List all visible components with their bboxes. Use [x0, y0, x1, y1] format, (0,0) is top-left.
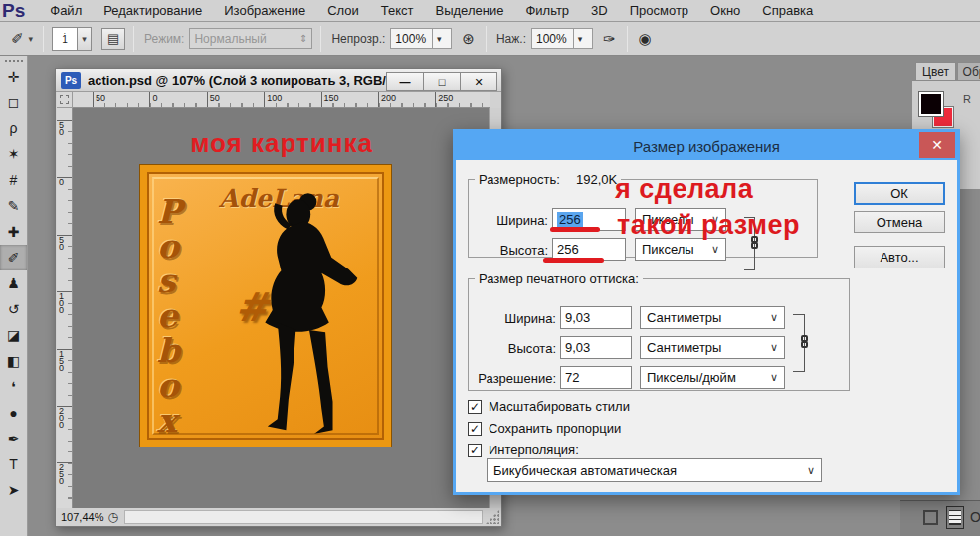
menu-items: ФайлРедактированиеИзображениеСлоиТекстВы… [39, 3, 824, 18]
menu-item[interactable]: Справка [751, 3, 824, 18]
menu-item[interactable]: Редактирование [93, 3, 213, 18]
dodge-tool[interactable]: ● [0, 400, 27, 426]
horizontal-scrollbar[interactable] [124, 510, 483, 524]
red-underline [543, 258, 604, 263]
marquee-tool[interactable]: ◻ [0, 89, 27, 115]
psd-file-icon: Ps [61, 72, 81, 89]
print-height-unit-select[interactable]: Сантиметры∨ [640, 336, 785, 359]
chevron-down-icon: ∨ [770, 341, 778, 354]
tab-swatches[interactable]: Обр [957, 62, 980, 80]
pixel-size-value: 192,0K [576, 172, 617, 187]
pen-pressure-icon[interactable]: ✑ [600, 30, 619, 48]
cancel-button[interactable]: Отмена [854, 211, 945, 233]
brush-tool[interactable]: ✐ [0, 245, 27, 270]
resolution-label: Разрешение: [471, 371, 556, 386]
brush-panel-toggle[interactable]: ▤ [101, 28, 125, 50]
gradient-tool[interactable]: ◧ [0, 348, 27, 374]
document-lines-icon[interactable] [946, 506, 964, 529]
resize-grip[interactable] [486, 510, 499, 524]
menu-item[interactable]: Окно [699, 3, 751, 18]
separator [486, 26, 487, 52]
tool-preset-arrow-icon[interactable]: ▾ [27, 34, 36, 44]
resolution-unit-select[interactable]: Пикселы/дюйм∨ [640, 366, 785, 389]
opacity-label: Непрозр.: [331, 32, 385, 46]
flow-select[interactable]: 100% ▾ [531, 28, 593, 49]
print-width-unit-select[interactable]: Сантиметры∨ [640, 306, 785, 329]
resample-checkbox[interactable]: ✓ Интерполяция: [468, 443, 579, 457]
ruler-number: 200 [378, 93, 435, 103]
blur-tool[interactable]: ❛ [0, 374, 27, 400]
ruler-number: 50 [207, 93, 264, 103]
dock-bottom-strip: O [900, 500, 980, 536]
ok-button[interactable]: ОК [854, 182, 945, 205]
auto-button[interactable]: Авто... [854, 246, 945, 268]
lasso-tool[interactable]: ρ [0, 115, 27, 141]
constrain-proportions-checkbox[interactable]: ✓ Сохранить пропорции [468, 421, 621, 436]
canvas-annotation: моя картинка [73, 128, 490, 159]
quick-selection-tool[interactable]: ✶ [0, 141, 27, 167]
channel-r-label: R [963, 93, 971, 105]
opacity-select[interactable]: 100% ▾ [390, 28, 452, 49]
maximize-button[interactable]: □ [423, 72, 461, 91]
pen-tool[interactable]: ✒ [0, 426, 27, 451]
zoom-level[interactable]: 107,44% [56, 511, 107, 523]
ruler-number: 100 [264, 93, 320, 103]
artwork-number: #01 [235, 283, 323, 330]
print-group-legend: Размер печатного оттиска: [475, 271, 643, 286]
dialog-close-button[interactable]: ✕ [919, 132, 955, 158]
blend-mode-select[interactable]: Нормальный ⇕ [189, 28, 312, 49]
window-buttons: — □ ✕ [387, 72, 497, 91]
tab-color[interactable]: Цвет [915, 62, 956, 80]
foreground-color-swatch[interactable] [919, 92, 943, 116]
panel-toggle-icon: ▤ [107, 31, 119, 46]
type-tool[interactable]: T [0, 451, 27, 477]
interpolation-select[interactable]: Бикубическая автоматическая∨ [487, 458, 822, 482]
horizontal-ruler: 50050100150200250300 [73, 92, 490, 108]
crop-tool[interactable]: # [0, 167, 27, 193]
document-window: Ps action.psd @ 107% (Слой 3 копировать … [55, 68, 502, 527]
brush-size-preview[interactable]: ·1 [52, 27, 78, 51]
menu-item[interactable]: 3D [580, 3, 619, 18]
menu-item[interactable]: Просмотр [619, 3, 699, 18]
photoshop-window: Ps ФайлРедактированиеИзображениеСлоиТекс… [0, 0, 980, 536]
toolbox-grip[interactable] [5, 60, 23, 62]
ruler-number: 150 [321, 93, 378, 103]
airbrush-icon[interactable]: ◉ [636, 30, 655, 48]
dialog-titlebar[interactable]: Размер изображения [456, 132, 957, 160]
brush-tool-icon[interactable]: ✐ [8, 30, 27, 48]
healing-brush-tool[interactable]: ✚ [0, 219, 27, 245]
menu-item[interactable]: Файл [39, 3, 93, 18]
square-panel-icon[interactable] [923, 510, 938, 525]
close-button[interactable]: ✕ [460, 72, 497, 91]
menu-item[interactable]: Выделение [425, 3, 515, 18]
menu-item[interactable]: Изображение [213, 3, 316, 18]
separator [133, 26, 134, 52]
options-bar: ✐ ▾ ·1 ▾ ▤ Режим: Нормальный ⇕ Непрозр.:… [0, 22, 980, 56]
path-selection-tool[interactable]: ➤ [0, 477, 27, 503]
checkbox-check-icon: ✓ [468, 400, 482, 414]
document-titlebar[interactable]: Ps action.psd @ 107% (Слой 3 копировать … [56, 69, 501, 92]
scale-styles-checkbox[interactable]: ✓ Масштабировать стили [468, 399, 630, 414]
status-clock-icon[interactable]: ◷ [107, 510, 123, 524]
spin-arrows-icon: ⇕ [292, 33, 307, 44]
print-height-input[interactable]: 9,03 [560, 336, 632, 359]
eyedropper-tool[interactable]: ✎ [0, 193, 27, 219]
brush-preset-dropdown[interactable]: ▾ [78, 27, 92, 51]
history-brush-tool[interactable]: ↺ [0, 296, 27, 322]
menu-item[interactable]: Фильтр [514, 3, 580, 18]
pixel-height-unit-select[interactable]: Пикселы∨ [635, 238, 726, 261]
separator [320, 26, 321, 52]
opacity-pressure-icon[interactable]: ⊛ [459, 30, 478, 48]
move-tool[interactable]: ✛ [0, 64, 27, 89]
print-width-input[interactable]: 9,03 [560, 306, 632, 329]
dialog-title: Размер изображения [633, 138, 780, 155]
canvas[interactable]: моя картинка AdeLana Posebox #01 [73, 108, 490, 510]
resolution-input[interactable]: 72 [560, 366, 632, 389]
clone-stamp-tool[interactable]: ♟ [0, 270, 27, 296]
eraser-tool[interactable]: ◪ [0, 322, 27, 348]
minimize-button[interactable]: — [386, 72, 424, 91]
menu-bar: Ps ФайлРедактированиеИзображениеСлоиТекс… [0, 0, 980, 22]
ruler-number: 100 [59, 291, 67, 348]
menu-item[interactable]: Слои [316, 3, 370, 18]
menu-item[interactable]: Текст [370, 3, 425, 18]
